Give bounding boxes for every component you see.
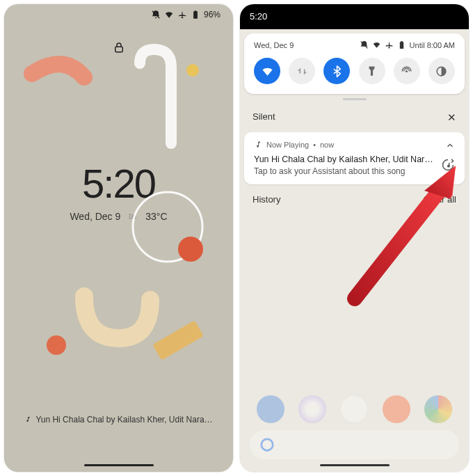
alarm-text: Until 8:00 AM [410,41,455,49]
battery-text: 96% [204,10,221,19]
music-note-icon [24,416,31,423]
notif-when: now [320,141,334,149]
shade-footer: History Clear all [240,184,469,214]
svg-rect-4 [152,320,204,360]
temp-text: 33°C [145,211,167,222]
airplane-icon [177,10,187,19]
qs-status-icons: Until 8:00 AM [360,40,455,49]
airplane-icon [385,40,394,49]
tile-flashlight[interactable] [359,58,385,84]
battery-icon [191,10,200,19]
status-bar-dark: 5:20 [240,4,469,29]
google-g-icon [259,437,275,452]
clear-all-button[interactable]: Clear all [423,194,456,205]
now-playing-bar[interactable]: Yun Hi Chala Chal by Kailash Kher, Udit … [4,415,233,425]
svg-point-3 [47,335,66,355]
weather-icon [127,212,138,221]
svg-rect-6 [115,47,122,52]
wallpaper-shapes [4,4,233,472]
tile-mobile-data[interactable] [289,58,315,84]
qs-tiles [254,58,455,84]
svg-point-2 [178,237,203,262]
quick-settings-panel: Wed, Dec 9 Until 8:00 AM [244,33,465,94]
assistant-song-button[interactable] [441,158,455,175]
bullet: • [313,141,316,149]
notif-subtitle: Tap to ask your Assistant about this son… [254,166,455,176]
date-text: Wed, Dec 9 [70,211,120,222]
silent-section-header: Silent ✕ [240,103,469,132]
time-text: 5:20 [250,11,267,22]
dnd-icon [360,40,369,49]
status-bar: 96% [4,4,233,25]
tile-dark-theme[interactable] [428,58,455,84]
clock-time: 5:20 [4,160,233,207]
dnd-icon [151,10,161,19]
panel-handle[interactable] [343,98,367,100]
tile-bluetooth[interactable] [323,58,350,84]
tile-wifi[interactable] [254,58,280,84]
dismiss-section-button[interactable]: ✕ [447,111,456,124]
wifi-icon [164,10,174,19]
notification-shade: 5:20 Wed, Dec 9 Until 8:00 AM Silent ✕ [240,4,469,472]
tile-hotspot[interactable] [394,58,420,84]
nav-handle[interactable] [320,464,390,466]
lock-screen: 96% 5:20 Wed, Dec 9 33°C Yun Hi Chala Ch… [4,4,233,472]
svg-point-0 [186,64,199,77]
music-note-icon [254,141,262,149]
background-search-bar [250,430,459,459]
notif-app-name: Now Playing [266,141,309,149]
qs-date: Wed, Dec 9 [254,41,294,49]
section-label: Silent [252,111,275,124]
svg-point-11 [262,439,273,451]
now-playing-text: Yun Hi Chala Chal by Kailash Kher, Udit … [35,415,212,425]
wifi-icon [372,40,381,49]
collapse-button[interactable] [445,141,455,153]
svg-point-8 [406,70,408,72]
notif-title: Yun Hi Chala Chal by Kailash Kher, Udit … [254,154,455,164]
now-playing-notification[interactable]: Now Playing • now Yun Hi Chala Chal by K… [244,132,465,184]
history-button[interactable]: History [252,194,280,205]
nav-handle[interactable] [84,464,154,466]
battery-icon [397,40,406,49]
background-dock [240,395,469,423]
date-row: Wed, Dec 9 33°C [4,211,233,222]
lock-icon [4,40,233,57]
